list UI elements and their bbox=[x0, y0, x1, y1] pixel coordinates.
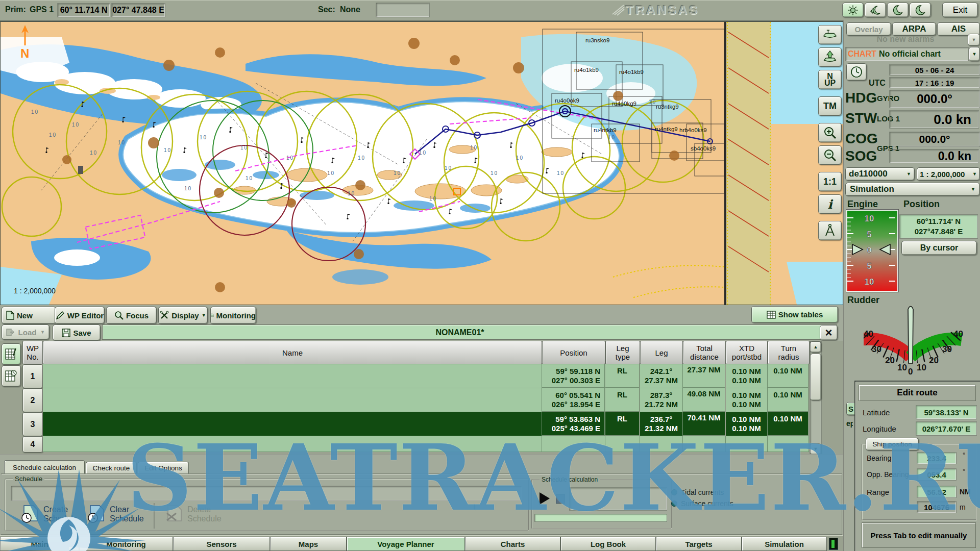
range-m-field[interactable]: 104676 bbox=[917, 501, 957, 513]
waypoints-view-button[interactable] bbox=[2, 343, 21, 365]
latitude-field[interactable]: 59°38.133' N bbox=[916, 405, 977, 419]
svg-text:ru4o1kb9: ru4o1kb9 bbox=[619, 69, 644, 75]
new-route-button[interactable]: New bbox=[2, 307, 56, 324]
create-schedule-button[interactable]: CreateSchedule bbox=[21, 505, 78, 523]
palette-night-button[interactable] bbox=[887, 3, 909, 17]
wp-editor-button[interactable]: WP Editor bbox=[55, 307, 105, 324]
nav-tab-simulation[interactable]: Simulation bbox=[742, 537, 827, 551]
nav-tab-charts[interactable]: Charts bbox=[465, 537, 560, 551]
save-route-button[interactable]: Save bbox=[53, 324, 101, 341]
route-title: NONAME01* bbox=[103, 325, 817, 340]
true-motion-button[interactable]: TM bbox=[818, 96, 842, 116]
svg-text:ru3ntkg9: ru3ntkg9 bbox=[656, 104, 679, 110]
svg-text:10: 10 bbox=[445, 165, 452, 171]
nav-tab-maps[interactable]: Maps bbox=[270, 537, 347, 551]
table-clock-icon bbox=[5, 369, 17, 383]
delete-schedule-button[interactable]: DeleteSchedule bbox=[165, 505, 222, 523]
palette-day-button[interactable] bbox=[842, 3, 864, 17]
header-name[interactable]: Name bbox=[43, 341, 542, 364]
nav-tab-monitoring[interactable]: Monitoring bbox=[79, 537, 173, 551]
chart-select[interactable]: de110000▼ bbox=[845, 167, 915, 181]
bearing-field[interactable]: 233.4 bbox=[917, 452, 957, 464]
scrollbar-thumb[interactable] bbox=[810, 354, 821, 400]
own-ship-button[interactable] bbox=[818, 25, 842, 44]
by-cursor-button[interactable]: By cursor bbox=[901, 241, 977, 255]
engine-handle-right[interactable] bbox=[880, 244, 890, 255]
engine-label: Engine bbox=[847, 199, 878, 210]
header-total-distance[interactable]: Totaldistance bbox=[683, 341, 726, 364]
schedule-name-field[interactable] bbox=[11, 486, 522, 501]
tidal-currents-option[interactable]: Tidal currents bbox=[671, 488, 724, 496]
tab-edit-options[interactable]: Edit Options bbox=[138, 462, 189, 474]
ship-position-button[interactable]: Ship position bbox=[866, 438, 919, 450]
exit-button[interactable]: Exit bbox=[942, 3, 978, 17]
mode-select[interactable]: Simulation▼ bbox=[845, 183, 980, 196]
chart-map[interactable]: ru3nsko9 ru4o1kb9 ru4o1kb9 ru4o0ok9 ru4o… bbox=[0, 21, 843, 305]
moon-icon bbox=[915, 5, 925, 15]
ahead-view-button[interactable] bbox=[818, 47, 842, 67]
measure-button[interactable] bbox=[818, 221, 842, 240]
wp-number-button[interactable]: 2 bbox=[22, 388, 43, 412]
zoom-in-button[interactable] bbox=[818, 123, 842, 142]
show-tables-button[interactable]: Show tables bbox=[751, 306, 838, 323]
header-xtd[interactable]: XTDport/stbd bbox=[726, 341, 768, 364]
tab-schedule-calculation[interactable]: Schedule calculation bbox=[4, 460, 85, 474]
header-leg[interactable]: Leg bbox=[640, 341, 683, 364]
close-table-button[interactable]: × bbox=[820, 325, 838, 340]
schedule-view-button[interactable] bbox=[2, 365, 21, 387]
scroll-up-button[interactable]: ▲ bbox=[810, 341, 821, 353]
svg-text:10: 10 bbox=[184, 186, 192, 191]
nav-tab-main[interactable]: Main bbox=[0, 537, 79, 551]
chart-status-label: CHART bbox=[846, 49, 876, 59]
north-up-button[interactable]: NUP bbox=[818, 70, 842, 89]
overlay-button[interactable]: Overlay bbox=[846, 22, 891, 36]
header-position[interactable]: Position bbox=[542, 341, 605, 364]
surface-currents-option[interactable]: Surface currents bbox=[671, 499, 733, 508]
palette-night2-button[interactable] bbox=[910, 3, 931, 17]
clear-schedule-button[interactable]: ClearSchedule bbox=[87, 505, 144, 523]
svg-text:10: 10 bbox=[246, 176, 253, 181]
latitude-label: Latitude bbox=[863, 408, 890, 417]
nav-tab-voyage-planner[interactable]: Voyage Planner bbox=[347, 537, 465, 551]
tab-check-route[interactable]: Check route bbox=[86, 462, 137, 474]
opp-bearing-field[interactable]: 053.4 bbox=[917, 468, 957, 481]
svg-text:10: 10 bbox=[286, 155, 294, 161]
table-scrollbar[interactable]: ▲ ▼ bbox=[810, 341, 822, 455]
prim-label: Prim: bbox=[5, 5, 26, 14]
monitoring-mode-button[interactable]: Monitoring bbox=[210, 307, 256, 324]
longitude-field[interactable]: 026°17.670' E bbox=[916, 421, 977, 436]
display-button[interactable]: Display ▼ bbox=[158, 307, 208, 324]
alarm-dropdown-button[interactable]: ▼ bbox=[968, 34, 980, 46]
table-edit-icon bbox=[5, 347, 17, 361]
moon-icon bbox=[893, 5, 903, 15]
focus-button[interactable]: Focus bbox=[106, 307, 157, 324]
scale-select[interactable]: 1 : 2,000,000▼ bbox=[917, 167, 980, 181]
wp-number-button[interactable]: 3 bbox=[22, 412, 43, 436]
arpa-button[interactable]: ARPA bbox=[892, 22, 936, 36]
original-scale-button[interactable]: 1:1 bbox=[818, 172, 842, 191]
range-nm-field[interactable]: 56.52 bbox=[917, 486, 957, 498]
clock-button[interactable] bbox=[846, 63, 867, 81]
wp-number-button[interactable]: 4 bbox=[22, 436, 43, 453]
schedule-group: Schedule CreateSchedule ClearSchedule De… bbox=[5, 475, 529, 531]
nav-tab-targets[interactable]: Targets bbox=[656, 537, 742, 551]
svg-text:10: 10 bbox=[419, 150, 427, 156]
palette-dusk-button[interactable] bbox=[865, 3, 886, 17]
header-wp-no[interactable]: WPNo. bbox=[22, 341, 43, 364]
engine-telegraph[interactable]: 10 5 0 5 10 bbox=[846, 210, 898, 292]
chart-dropdown-button[interactable]: ▼ bbox=[969, 47, 980, 61]
wp-number-button[interactable]: 1 bbox=[22, 364, 43, 388]
header-turn-radius[interactable]: Turnradius bbox=[768, 341, 810, 364]
header-leg-type[interactable]: Legtype bbox=[605, 341, 640, 364]
scroll-down-button[interactable]: ▼ bbox=[810, 443, 821, 455]
stop-button[interactable] bbox=[556, 494, 565, 504]
zoom-out-button[interactable] bbox=[818, 145, 842, 165]
play-button[interactable] bbox=[540, 492, 550, 505]
svg-text:40: 40 bbox=[953, 329, 963, 339]
stw-value: 0.0 kn bbox=[889, 110, 979, 129]
info-button[interactable]: i bbox=[818, 194, 842, 214]
nav-tab-log-book[interactable]: Log Book bbox=[560, 537, 656, 551]
nav-tab-sensors[interactable]: Sensors bbox=[173, 537, 270, 551]
engine-handle-left[interactable] bbox=[852, 244, 863, 255]
load-route-button[interactable]: Load ▼ bbox=[2, 324, 50, 340]
